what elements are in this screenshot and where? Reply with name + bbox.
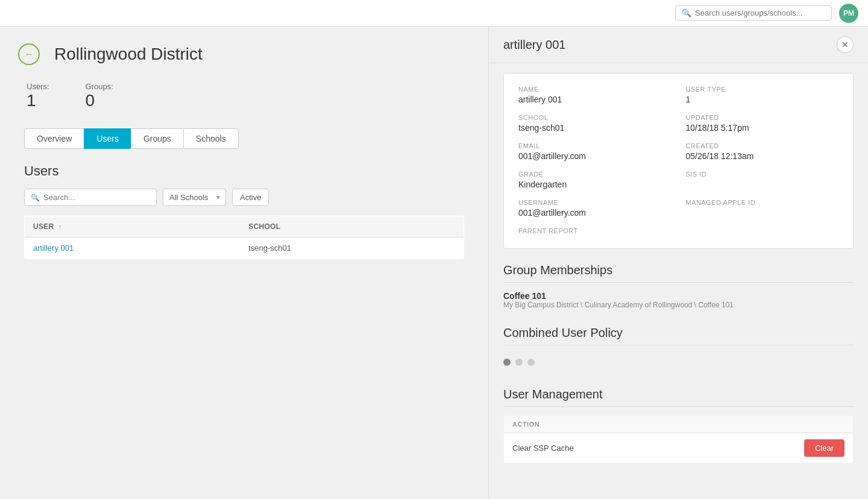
info-grid: NAME artillery 001 USER TYPE 1 SCHOOL ts… — [518, 86, 838, 236]
group-item: Coffee 101 My Big Campus District \ Culi… — [503, 291, 854, 309]
user-table: USER ↑ SCHOOL artillery 001 tseng-sch01 — [24, 216, 464, 259]
mgmt-action-row: Clear — [714, 439, 844, 457]
combined-user-policy-title: Combined User Policy — [503, 326, 854, 345]
email-label: EMAIL — [518, 142, 671, 149]
school-cell: tseng-sch01 — [240, 237, 464, 259]
user-search-icon: 🔍 — [31, 193, 40, 202]
group-memberships-section: Group Memberships Coffee 101 My Big Camp… — [503, 263, 854, 309]
tab-overview[interactable]: Overview — [24, 128, 84, 149]
username-label: USERNAME — [518, 199, 671, 206]
username-value: 001@artillery.com — [518, 208, 671, 218]
groups-value: 0 — [86, 91, 113, 110]
col-school[interactable]: SCHOOL — [240, 216, 464, 237]
policy-dot-2 — [515, 359, 523, 366]
managed-apple-id-label: MANAGED APPLE ID — [686, 199, 839, 206]
group-path: My Big Campus District \ Culinary Academ… — [503, 301, 854, 309]
field-managed-apple-id: MANAGED APPLE ID — [686, 199, 839, 218]
filter-row: 🔍 All Schools ▼ Active — [24, 189, 464, 206]
tab-groups[interactable]: Groups — [131, 128, 183, 149]
email-value: 001@artillery.com — [518, 151, 671, 161]
updated-label: UPDATED — [686, 114, 839, 121]
created-label: CREATED — [686, 142, 839, 149]
user-management-section: User Management ACTION Clear SSP Cache — [503, 388, 854, 463]
users-value: 1 — [27, 91, 49, 110]
topbar: 🔍 PM — [0, 0, 868, 27]
district-tabs: Overview Users Groups Schools — [24, 128, 464, 149]
field-email: EMAIL 001@artillery.com — [518, 142, 671, 161]
stats-row: Users: 1 Groups: 0 — [24, 82, 464, 110]
management-table: ACTION Clear SSP Cache — [503, 415, 854, 463]
back-button[interactable]: ← — [18, 43, 40, 65]
field-grade: GRADE Kindergarten — [518, 171, 671, 189]
global-search-input[interactable] — [695, 8, 825, 17]
users-stat: Users: 1 — [27, 82, 49, 110]
field-sis-id: SIS ID — [686, 171, 839, 189]
groups-stat: Groups: 0 — [86, 82, 113, 110]
user-management-title: User Management — [503, 388, 854, 407]
district-panel: ← Rollingwood District Users: 1 Groups: … — [0, 27, 488, 499]
field-name: NAME artillery 001 — [518, 86, 671, 104]
user-type-value: 1 — [686, 95, 839, 104]
detail-title: artillery 001 — [503, 38, 565, 52]
detail-body: NAME artillery 001 USER TYPE 1 SCHOOL ts… — [489, 63, 868, 490]
name-label: NAME — [518, 86, 671, 93]
school-label: SCHOOL — [518, 114, 671, 121]
policy-dot-3 — [527, 359, 535, 366]
close-button[interactable]: ✕ — [837, 36, 854, 53]
school-value: tseng-sch01 — [518, 123, 671, 133]
updated-value: 10/18/18 5:17pm — [686, 123, 839, 133]
mgmt-button-cell: Clear — [705, 433, 854, 463]
field-created: CREATED 05/26/18 12:13am — [686, 142, 839, 161]
mgmt-action-label: Clear SSP Cache — [512, 444, 574, 453]
district-title: Rollingwood District — [54, 45, 464, 64]
table-row: artillery 001 tseng-sch01 — [25, 237, 464, 259]
users-label: Users: — [27, 82, 49, 91]
combined-user-policy-section: Combined User Policy — [503, 326, 854, 371]
field-updated: UPDATED 10/18/18 5:17pm — [686, 114, 839, 133]
created-value: 05/26/18 12:13am — [686, 151, 839, 161]
mgmt-row: Clear SSP Cache Clear — [504, 433, 854, 463]
main-content: ← Rollingwood District Users: 1 Groups: … — [0, 27, 868, 499]
tab-schools[interactable]: Schools — [183, 128, 239, 149]
field-username: USERNAME 001@artillery.com — [518, 199, 671, 218]
status-filter-badge[interactable]: Active — [232, 189, 269, 206]
field-parent-report: PARENT REPORT — [518, 227, 671, 236]
user-type-label: USER TYPE — [686, 86, 839, 93]
clear-ssp-cache-button[interactable]: Clear — [804, 439, 844, 457]
grade-value: Kindergarten — [518, 180, 671, 189]
search-icon: 🔍 — [682, 8, 691, 17]
user-search-wrap[interactable]: 🔍 — [24, 189, 157, 206]
field-school: SCHOOL tseng-sch01 — [518, 114, 671, 133]
detail-panel: artillery 001 ✕ NAME artillery 001 USER … — [488, 27, 868, 499]
user-search-input[interactable] — [43, 193, 150, 202]
school-filter-wrap[interactable]: All Schools ▼ — [163, 189, 226, 206]
school-filter-select[interactable]: All Schools — [163, 189, 226, 206]
group-name: Coffee 101 — [503, 291, 854, 301]
policy-dot-1 — [503, 359, 511, 366]
group-memberships-title: Group Memberships — [503, 263, 854, 283]
sort-asc-icon: ↑ — [58, 224, 61, 230]
user-cell: artillery 001 — [25, 237, 241, 259]
grade-label: GRADE — [518, 171, 671, 178]
mgmt-col-value — [705, 416, 854, 433]
name-value: artillery 001 — [518, 95, 671, 104]
tab-users[interactable]: Users — [84, 128, 131, 149]
info-card: NAME artillery 001 USER TYPE 1 SCHOOL ts… — [503, 73, 854, 249]
mgmt-col-action: ACTION — [504, 416, 705, 433]
field-user-type: USER TYPE 1 — [686, 86, 839, 104]
col-user[interactable]: USER ↑ — [25, 216, 241, 237]
avatar[interactable]: PM — [839, 4, 858, 23]
mgmt-action-cell: Clear SSP Cache — [504, 433, 705, 463]
groups-label: Groups: — [86, 82, 113, 91]
sis-id-label: SIS ID — [686, 171, 839, 178]
policy-dots — [503, 354, 854, 371]
user-link[interactable]: artillery 001 — [33, 243, 74, 253]
global-search-bar[interactable]: 🔍 — [675, 5, 832, 20]
parent-report-label: PARENT REPORT — [518, 227, 671, 234]
detail-header: artillery 001 ✕ — [489, 27, 868, 63]
users-section-title: Users — [24, 163, 464, 179]
